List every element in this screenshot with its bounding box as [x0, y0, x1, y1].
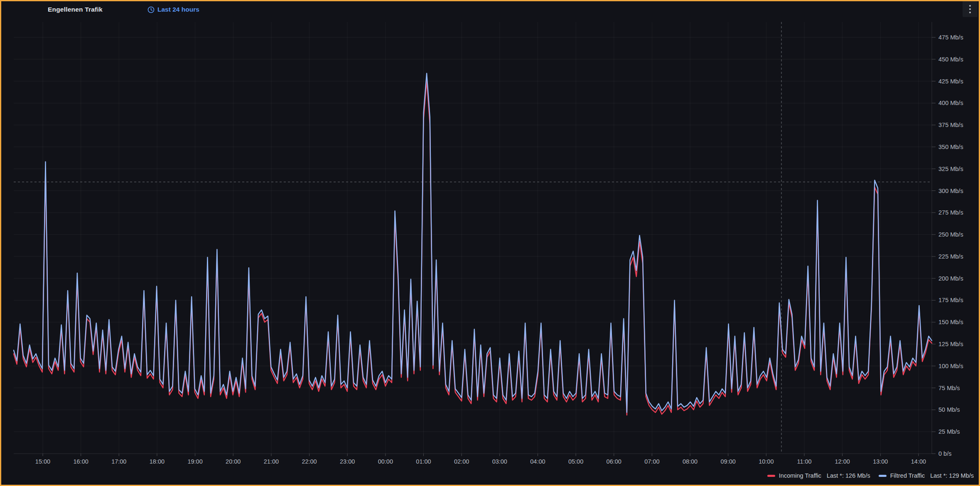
panel-header: Engellenen Trafik Last 24 hours — [1, 1, 979, 18]
y-axis-tick-label: 125 Mb/s — [938, 340, 963, 348]
chart-legend: Incoming TrafficLast *: 126 Mb/sFiltred … — [767, 469, 974, 482]
y-axis-tick-label: 325 Mb/s — [938, 165, 963, 173]
x-axis-tick-label: 18:00 — [150, 458, 165, 465]
y-axis-tick-label: 25 Mb/s — [938, 428, 960, 435]
y-axis-tick-label: 225 Mb/s — [938, 253, 963, 260]
y-axis-tick-label: 75 Mb/s — [938, 384, 960, 392]
legend-last-value: Last *: 126 Mb/s — [827, 472, 870, 479]
y-axis-tick-label: 425 Mb/s — [938, 78, 963, 85]
legend-last-value: Last *: 129 Mb/s — [930, 472, 974, 479]
clock-icon — [147, 6, 155, 13]
legend-item-filtred-traffic[interactable]: Filtred TrafficLast *: 129 Mb/s — [879, 472, 974, 479]
x-axis-tick-label: 12:00 — [835, 458, 850, 465]
x-axis-tick-label: 03:00 — [492, 458, 507, 465]
x-axis-tick-label: 21:00 — [264, 458, 279, 465]
y-axis-tick-label: 200 Mb/s — [938, 275, 963, 282]
y-axis-tick-label: 50 Mb/s — [938, 406, 960, 413]
legend-series-label: Incoming Traffic — [779, 472, 821, 479]
x-axis-tick-label: 02:00 — [454, 458, 469, 465]
x-axis-tick-label: 23:00 — [340, 458, 355, 465]
x-axis-tick-label: 05:00 — [568, 458, 583, 465]
y-axis-tick-label: 350 Mb/s — [938, 143, 963, 151]
y-axis-tick-label: 0 b/s — [938, 450, 951, 457]
y-axis-tick-label: 475 Mb/s — [938, 34, 963, 41]
y-axis-tick-label: 250 Mb/s — [938, 231, 963, 238]
legend-series-swatch — [879, 475, 887, 477]
time-range-picker[interactable]: Last 24 hours — [147, 1, 199, 18]
y-axis-tick-label: 400 Mb/s — [938, 99, 963, 107]
x-axis-tick-label: 17:00 — [111, 458, 126, 465]
x-axis-tick-label: 01:00 — [416, 458, 431, 465]
time-range-label: Last 24 hours — [157, 6, 199, 13]
x-axis-tick-label: 13:00 — [873, 458, 888, 465]
legend-series-swatch — [767, 475, 775, 477]
x-axis-tick-label: 15:00 — [35, 458, 50, 465]
traffic-panel: Engellenen Trafik Last 24 hours 15:0016:… — [0, 0, 980, 486]
x-axis-tick-label: 16:00 — [73, 458, 88, 465]
traffic-time-series-chart[interactable] — [1, 1, 979, 485]
x-axis-tick-label: 07:00 — [644, 458, 659, 465]
y-axis-tick-label: 275 Mb/s — [938, 209, 963, 216]
x-axis-tick-label: 00:00 — [378, 458, 393, 465]
x-axis-tick-label: 19:00 — [187, 458, 202, 465]
x-axis-tick-label: 20:00 — [226, 458, 241, 465]
legend-series-label: Filtred Traffic — [890, 472, 925, 479]
x-axis-tick-label: 04:00 — [530, 458, 545, 465]
x-axis-tick-label: 22:00 — [302, 458, 317, 465]
legend-item-incoming-traffic[interactable]: Incoming TrafficLast *: 126 Mb/s — [767, 472, 870, 479]
panel-title[interactable]: Engellenen Trafik — [48, 1, 103, 18]
x-axis-tick-label: 06:00 — [607, 458, 621, 465]
y-axis-tick-label: 150 Mb/s — [938, 318, 963, 326]
kebab-menu-icon — [969, 5, 971, 7]
x-axis-tick-label: 09:00 — [721, 458, 736, 465]
panel-menu-button[interactable] — [963, 1, 978, 17]
x-axis-tick-label: 14:00 — [911, 458, 926, 465]
x-axis-tick-label: 10:00 — [759, 458, 774, 465]
y-axis-tick-label: 100 Mb/s — [938, 362, 963, 370]
y-axis-tick-label: 175 Mb/s — [938, 296, 963, 304]
x-axis-tick-label: 11:00 — [797, 458, 811, 465]
y-axis-tick-label: 300 Mb/s — [938, 187, 963, 195]
y-axis-tick-label: 450 Mb/s — [938, 56, 963, 63]
y-axis-tick-label: 375 Mb/s — [938, 121, 963, 129]
x-axis-tick-label: 08:00 — [683, 458, 698, 465]
